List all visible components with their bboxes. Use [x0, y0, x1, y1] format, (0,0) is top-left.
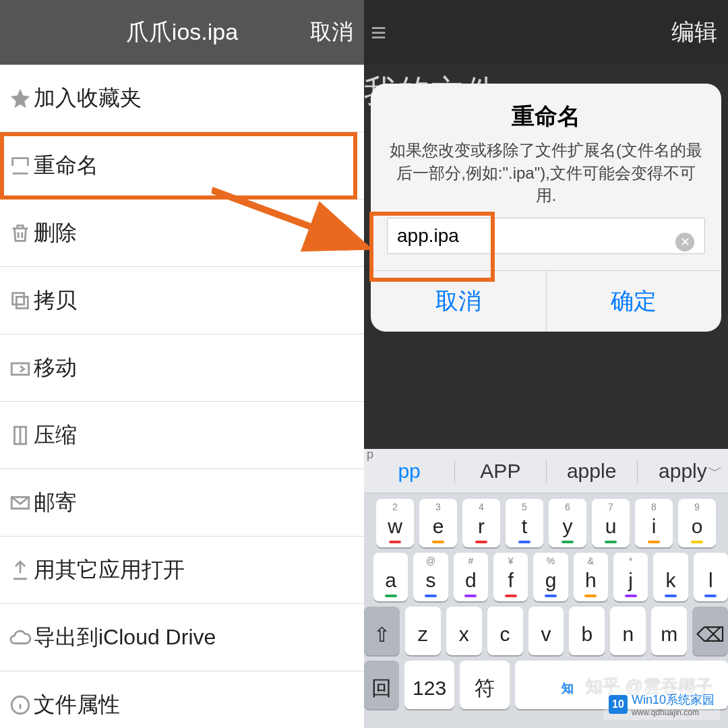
key-v[interactable]: v [528, 607, 564, 655]
key-h[interactable]: &h [574, 553, 608, 601]
key-g[interactable]: %g [533, 553, 568, 601]
dialog-cancel-button[interactable]: 取消 [371, 271, 546, 332]
key-o[interactable]: 9o [678, 499, 716, 547]
key-row-2: a@s#d¥f%g&h*jkl [364, 547, 728, 601]
key-a[interactable]: a [373, 553, 408, 601]
key-row-1: 2w3e4r5t6y7u8i9o [364, 493, 728, 547]
action-item-rename[interactable]: 重命名 [0, 132, 364, 200]
key-row-3: ⇧zxcvbnm⌫ [364, 601, 728, 655]
right-panel: ≡ 编辑 我的文件 重命名 如果您改变或移除了文件扩展名(文件名的最后一部分,例… [364, 0, 728, 728]
action-label: 移动 [34, 353, 77, 383]
suggestion-row: ppAPPappleapply﹀ [364, 449, 728, 493]
right-toolbar: ≡ 编辑 [364, 0, 728, 65]
action-label: 用其它应用打开 [34, 555, 185, 585]
action-label: 拷贝 [34, 286, 77, 315]
share-icon [4, 559, 36, 582]
key-i[interactable]: 8i [635, 499, 673, 547]
action-item-mail[interactable]: 邮寄 [0, 469, 364, 537]
left-title: 爪爪ios.ipa [126, 17, 238, 48]
key-l[interactable]: l [694, 553, 728, 601]
key-s[interactable]: @s [413, 553, 448, 601]
action-item-info[interactable]: 文件属性 [0, 671, 364, 728]
star-icon [4, 87, 36, 110]
action-item-star[interactable]: 加入收藏夹 [0, 65, 364, 132]
key-f[interactable]: ¥f [493, 553, 528, 601]
action-label: 导出到iCloud Drive [34, 623, 216, 653]
watermark-brand: 10 Win10系统家园 www.qdhuajin.com [603, 689, 720, 720]
key-u[interactable]: 7u [592, 499, 630, 547]
dialog-message: 如果您改变或移除了文件扩展名(文件名的最后一部分,例如:".ipa"),文件可能… [371, 139, 721, 218]
chevron-down-icon[interactable]: ﹀ [708, 461, 723, 481]
action-item-trash[interactable]: 删除 [0, 200, 364, 267]
action-label: 压缩 [34, 421, 77, 450]
key-c[interactable]: c [487, 607, 523, 655]
rename-input[interactable] [387, 218, 705, 254]
key-k[interactable]: k [653, 553, 688, 601]
edit-button[interactable]: 编辑 [671, 17, 717, 48]
action-label: 文件属性 [34, 690, 120, 720]
rename-dialog: 重命名 如果您改变或移除了文件扩展名(文件名的最后一部分,例如:".ipa"),… [371, 84, 721, 332]
numeric-key[interactable]: 123 [404, 661, 454, 709]
action-label: 重命名 [34, 151, 98, 181]
zhihu-icon: 知 [559, 679, 576, 697]
rename-icon [4, 154, 36, 177]
trash-icon [4, 222, 36, 245]
svg-rect-2 [11, 363, 29, 374]
menu-icon[interactable]: ≡ [371, 18, 386, 48]
brand-line1: Win10系统家园 [632, 693, 715, 706]
left-header: 爪爪ios.ipa 取消 [0, 0, 364, 65]
partial-suggestion-letter: p [367, 448, 373, 462]
key-j[interactable]: *j [613, 553, 648, 601]
dialog-ok-button[interactable]: 确定 [546, 271, 722, 332]
suggestion[interactable]: apple [547, 460, 638, 483]
cloud-icon [4, 626, 36, 649]
suggestion[interactable]: APP [455, 460, 546, 483]
key-e[interactable]: 3e [419, 499, 457, 547]
action-item-move[interactable]: 移动 [0, 334, 364, 402]
key-r[interactable]: 4r [462, 499, 500, 547]
key-y[interactable]: 6y [549, 499, 586, 547]
suggestion[interactable]: pp [364, 460, 455, 483]
action-item-zip[interactable]: 压缩 [0, 402, 364, 469]
cancel-button[interactable]: 取消 [310, 18, 353, 47]
key-m[interactable]: m [651, 607, 687, 655]
action-label: 删除 [34, 218, 77, 248]
left-panel: 爪爪ios.ipa 取消 加入收藏夹重命名删除拷贝移动压缩邮寄用其它应用打开导出… [0, 0, 364, 728]
action-item-cloud[interactable]: 导出到iCloud Drive [0, 604, 364, 671]
svg-rect-1 [13, 293, 24, 304]
svg-rect-0 [16, 297, 28, 308]
key-t[interactable]: 5t [506, 499, 543, 547]
action-item-share[interactable]: 用其它应用打开 [0, 537, 364, 604]
key-n[interactable]: n [610, 607, 646, 655]
move-icon [4, 357, 36, 380]
action-label: 加入收藏夹 [34, 84, 142, 113]
brand-logo-icon: 10 [609, 695, 628, 714]
clear-input-icon[interactable]: ✕ [675, 233, 694, 251]
key-w[interactable]: 2w [376, 499, 414, 547]
action-label: 邮寄 [34, 488, 77, 518]
key-z[interactable]: z [405, 607, 441, 655]
action-list: 加入收藏夹重命名删除拷贝移动压缩邮寄用其它应用打开导出到iCloud Drive… [0, 65, 364, 728]
shift-key[interactable]: ⇧ [364, 607, 400, 655]
dialog-title: 重命名 [371, 84, 721, 139]
key-d[interactable]: #d [454, 553, 488, 601]
info-icon [4, 694, 36, 717]
suggestion[interactable]: apply﹀ [638, 460, 728, 483]
return-key[interactable]: 回 [364, 661, 399, 709]
key-x[interactable]: x [446, 607, 482, 655]
copy-icon [4, 289, 36, 312]
zip-icon [4, 424, 36, 447]
key-b[interactable]: b [569, 607, 605, 655]
action-item-copy[interactable]: 拷贝 [0, 267, 364, 334]
symbol-key[interactable]: 符 [460, 661, 510, 709]
brand-line2: www.qdhuajin.com [632, 708, 715, 717]
backspace-key[interactable]: ⌫ [692, 607, 728, 655]
mail-icon [4, 491, 36, 514]
